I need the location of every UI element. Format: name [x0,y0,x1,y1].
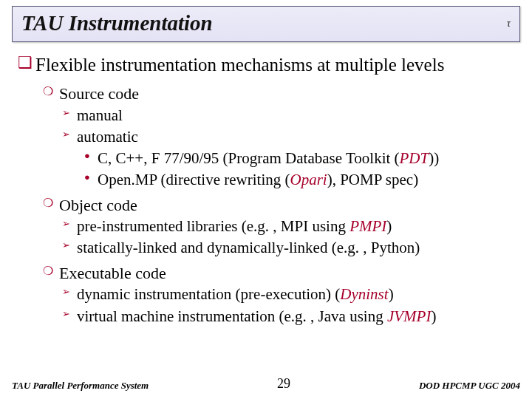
footer-right: DOD HPCMP UGC 2004 [419,380,520,392]
square-bullet-icon: ❑ [18,54,35,72]
page-number: 29 [277,376,290,392]
level4-text: Open.MP (directive rewriting (Opari), PO… [98,170,418,190]
arrow-bullet-icon: ➢ [62,106,77,121]
footer-left: TAU Parallel Performance System [12,380,149,392]
emphasis: PMPI [349,217,386,235]
bullet-level3: ➢ statically-linked and dynamically-link… [62,238,514,258]
level2-text: Source code [59,83,139,104]
bullet-level3: ➢ manual [62,106,514,126]
level4-text: C, C++, F 77/90/95 (Program Database Too… [98,149,439,168]
bullet-level3: ➢ dynamic instrumentation (pre-execution… [62,284,514,304]
arrow-bullet-icon: ➢ [62,284,77,300]
level2-text: Object code [59,195,137,216]
emphasis: Opari [290,171,327,188]
title-bar: TAU Instrumentation τ [12,6,520,42]
emphasis: JVMPI [387,307,431,325]
level3-text: dynamic instrumentation (pre-execution) … [77,284,394,304]
bullet-level4: ● Open.MP (directive rewriting (Opari), … [84,170,514,190]
level3-text: pre-instrumented libraries (e.g. , MPI u… [77,216,392,236]
arrow-bullet-icon: ➢ [62,127,77,143]
circle-bullet-icon: ❍ [43,195,59,211]
circle-bullet-icon: ❍ [43,83,59,100]
circle-bullet-icon: ❍ [43,263,59,279]
arrow-bullet-icon: ➢ [62,238,77,253]
level3-text: manual [77,106,123,126]
bullet-level1: ❑ Flexible instrumentation mechanisms at… [18,54,514,76]
emphasis: Dyninst [340,285,388,303]
emphasis: PDT [400,149,429,167]
bullet-level4: ● C, C++, F 77/90/95 (Program Database T… [84,149,514,168]
disc-bullet-icon: ● [84,170,98,185]
slide-title: TAU Instrumentation [21,11,213,35]
arrow-bullet-icon: ➢ [62,307,77,322]
bullet-level3: ➢ automatic [62,127,514,147]
disc-bullet-icon: ● [84,149,98,163]
tau-logo-icon: τ [507,18,511,30]
slide-footer: TAU Parallel Performance System 29 DOD H… [0,376,532,392]
bullet-level2: ❍ Source code [43,83,514,104]
arrow-bullet-icon: ➢ [62,216,77,232]
level3-text: virtual machine instrumentation (e.g. , … [77,307,436,327]
slide-content: ❑ Flexible instrumentation mechanisms at… [12,42,520,327]
bullet-level2: ❍ Object code [43,195,514,216]
bullet-level3: ➢ pre-instrumented libraries (e.g. , MPI… [62,216,514,236]
level3-text: automatic [77,127,138,147]
slide: TAU Instrumentation τ ❑ Flexible instrum… [0,0,532,399]
bullet-level3: ➢ virtual machine instrumentation (e.g. … [62,307,514,327]
level3-text: statically-linked and dynamically-linked… [77,238,420,258]
level2-text: Executable code [59,263,166,284]
bullet-level2: ❍ Executable code [43,263,514,284]
level1-text: Flexible instrumentation mechanisms at m… [35,54,444,76]
